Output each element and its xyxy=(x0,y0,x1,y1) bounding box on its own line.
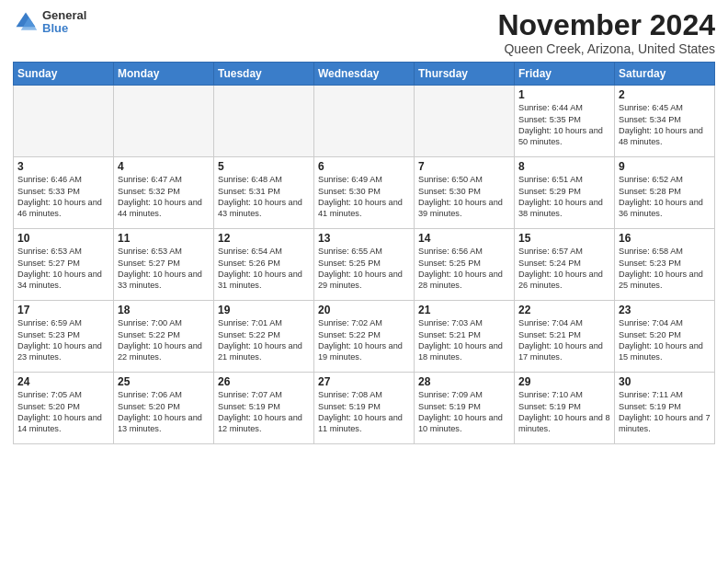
day-number: 12 xyxy=(218,232,310,245)
title-area: November 2024 Queen Creek, Arizona, Unit… xyxy=(497,9,715,56)
day-info: Sunrise: 7:10 AM Sunset: 5:19 PM Dayligh… xyxy=(518,389,610,435)
page: General Blue November 2024 Queen Creek, … xyxy=(0,0,728,563)
day-number: 2 xyxy=(619,88,711,101)
day-number: 9 xyxy=(619,160,711,173)
day-info: Sunrise: 6:56 AM Sunset: 5:25 PM Dayligh… xyxy=(418,246,510,292)
day-cell: 19Sunrise: 7:01 AM Sunset: 5:22 PM Dayli… xyxy=(214,301,314,373)
day-cell: 3Sunrise: 6:46 AM Sunset: 5:33 PM Daylig… xyxy=(14,157,114,229)
day-cell: 14Sunrise: 6:56 AM Sunset: 5:25 PM Dayli… xyxy=(415,229,515,301)
day-cell: 17Sunrise: 6:59 AM Sunset: 5:23 PM Dayli… xyxy=(14,301,114,373)
week-row-4: 17Sunrise: 6:59 AM Sunset: 5:23 PM Dayli… xyxy=(14,301,715,373)
day-info: Sunrise: 6:54 AM Sunset: 5:26 PM Dayligh… xyxy=(218,246,310,292)
day-number: 3 xyxy=(17,160,109,173)
day-info: Sunrise: 6:57 AM Sunset: 5:24 PM Dayligh… xyxy=(518,246,610,292)
day-cell: 27Sunrise: 7:08 AM Sunset: 5:19 PM Dayli… xyxy=(314,373,415,444)
day-cell: 30Sunrise: 7:11 AM Sunset: 5:19 PM Dayli… xyxy=(615,373,715,444)
day-number: 18 xyxy=(118,304,210,316)
weekday-header-saturday: Saturday xyxy=(615,63,715,86)
day-number: 17 xyxy=(17,304,109,316)
header: General Blue November 2024 Queen Creek, … xyxy=(13,9,715,56)
day-number: 15 xyxy=(518,232,610,245)
day-cell: 24Sunrise: 7:05 AM Sunset: 5:20 PM Dayli… xyxy=(14,373,114,444)
logo-general-text: General xyxy=(42,9,86,22)
day-number: 20 xyxy=(318,304,410,316)
day-cell: 15Sunrise: 6:57 AM Sunset: 5:24 PM Dayli… xyxy=(515,229,615,301)
weekday-header-row: SundayMondayTuesdayWednesdayThursdayFrid… xyxy=(14,63,715,86)
day-cell: 1Sunrise: 6:44 AM Sunset: 5:35 PM Daylig… xyxy=(515,86,615,157)
day-info: Sunrise: 7:05 AM Sunset: 5:20 PM Dayligh… xyxy=(17,389,109,435)
day-cell xyxy=(14,86,114,157)
day-info: Sunrise: 6:55 AM Sunset: 5:25 PM Dayligh… xyxy=(318,246,410,292)
day-number: 10 xyxy=(17,232,109,245)
day-cell xyxy=(214,86,314,157)
day-info: Sunrise: 6:45 AM Sunset: 5:34 PM Dayligh… xyxy=(619,102,711,148)
day-info: Sunrise: 7:02 AM Sunset: 5:22 PM Dayligh… xyxy=(318,317,410,363)
day-info: Sunrise: 7:03 AM Sunset: 5:21 PM Dayligh… xyxy=(418,317,510,363)
week-row-1: 1Sunrise: 6:44 AM Sunset: 5:35 PM Daylig… xyxy=(14,86,715,157)
day-cell: 16Sunrise: 6:58 AM Sunset: 5:23 PM Dayli… xyxy=(615,229,715,301)
day-number: 19 xyxy=(218,304,310,316)
day-info: Sunrise: 7:08 AM Sunset: 5:19 PM Dayligh… xyxy=(318,389,410,435)
day-number: 4 xyxy=(118,160,210,173)
day-number: 30 xyxy=(619,375,711,388)
weekday-header-wednesday: Wednesday xyxy=(314,63,415,86)
day-cell: 4Sunrise: 6:47 AM Sunset: 5:32 PM Daylig… xyxy=(114,157,214,229)
day-cell: 2Sunrise: 6:45 AM Sunset: 5:34 PM Daylig… xyxy=(615,86,715,157)
day-number: 14 xyxy=(418,232,510,245)
weekday-header-friday: Friday xyxy=(515,63,615,86)
day-cell: 5Sunrise: 6:48 AM Sunset: 5:31 PM Daylig… xyxy=(214,157,314,229)
day-info: Sunrise: 6:51 AM Sunset: 5:29 PM Dayligh… xyxy=(518,174,610,220)
day-info: Sunrise: 6:59 AM Sunset: 5:23 PM Dayligh… xyxy=(17,317,109,363)
day-number: 11 xyxy=(118,232,210,245)
day-cell: 9Sunrise: 6:52 AM Sunset: 5:28 PM Daylig… xyxy=(615,157,715,229)
day-info: Sunrise: 6:50 AM Sunset: 5:30 PM Dayligh… xyxy=(418,174,510,220)
day-cell: 18Sunrise: 7:00 AM Sunset: 5:22 PM Dayli… xyxy=(114,301,214,373)
day-info: Sunrise: 6:53 AM Sunset: 5:27 PM Dayligh… xyxy=(118,246,210,292)
day-info: Sunrise: 6:46 AM Sunset: 5:33 PM Dayligh… xyxy=(17,174,109,220)
day-cell xyxy=(114,86,214,157)
week-row-5: 24Sunrise: 7:05 AM Sunset: 5:20 PM Dayli… xyxy=(14,373,715,444)
day-cell: 28Sunrise: 7:09 AM Sunset: 5:19 PM Dayli… xyxy=(415,373,515,444)
day-info: Sunrise: 6:47 AM Sunset: 5:32 PM Dayligh… xyxy=(118,174,210,220)
day-cell: 21Sunrise: 7:03 AM Sunset: 5:21 PM Dayli… xyxy=(415,301,515,373)
day-info: Sunrise: 7:07 AM Sunset: 5:19 PM Dayligh… xyxy=(218,389,310,435)
logo-icon xyxy=(13,9,39,35)
day-number: 27 xyxy=(318,375,410,388)
weekday-header-thursday: Thursday xyxy=(415,63,515,86)
day-cell: 25Sunrise: 7:06 AM Sunset: 5:20 PM Dayli… xyxy=(114,373,214,444)
calendar: SundayMondayTuesdayWednesdayThursdayFrid… xyxy=(13,62,715,444)
day-number: 6 xyxy=(318,160,410,173)
weekday-header-monday: Monday xyxy=(114,63,214,86)
day-number: 8 xyxy=(518,160,610,173)
weekday-header-tuesday: Tuesday xyxy=(214,63,314,86)
location: Queen Creek, Arizona, United States xyxy=(497,41,715,56)
day-cell xyxy=(314,86,415,157)
logo-text: General Blue xyxy=(42,9,86,36)
day-cell: 22Sunrise: 7:04 AM Sunset: 5:21 PM Dayli… xyxy=(515,301,615,373)
day-number: 16 xyxy=(619,232,711,245)
day-number: 24 xyxy=(17,375,109,388)
day-info: Sunrise: 6:49 AM Sunset: 5:30 PM Dayligh… xyxy=(318,174,410,220)
day-info: Sunrise: 7:09 AM Sunset: 5:19 PM Dayligh… xyxy=(418,389,510,435)
week-row-2: 3Sunrise: 6:46 AM Sunset: 5:33 PM Daylig… xyxy=(14,157,715,229)
day-number: 21 xyxy=(418,304,510,316)
day-number: 25 xyxy=(118,375,210,388)
weekday-header-sunday: Sunday xyxy=(14,63,114,86)
day-cell: 11Sunrise: 6:53 AM Sunset: 5:27 PM Dayli… xyxy=(114,229,214,301)
day-cell: 29Sunrise: 7:10 AM Sunset: 5:19 PM Dayli… xyxy=(515,373,615,444)
day-number: 29 xyxy=(518,375,610,388)
logo-blue-text: Blue xyxy=(42,22,86,35)
day-info: Sunrise: 6:48 AM Sunset: 5:31 PM Dayligh… xyxy=(218,174,310,220)
day-number: 26 xyxy=(218,375,310,388)
day-info: Sunrise: 6:44 AM Sunset: 5:35 PM Dayligh… xyxy=(518,102,610,148)
day-info: Sunrise: 7:00 AM Sunset: 5:22 PM Dayligh… xyxy=(118,317,210,363)
day-info: Sunrise: 7:11 AM Sunset: 5:19 PM Dayligh… xyxy=(619,389,711,435)
day-cell: 6Sunrise: 6:49 AM Sunset: 5:30 PM Daylig… xyxy=(314,157,415,229)
day-number: 1 xyxy=(518,88,610,101)
day-number: 13 xyxy=(318,232,410,245)
day-cell: 26Sunrise: 7:07 AM Sunset: 5:19 PM Dayli… xyxy=(214,373,314,444)
day-cell: 8Sunrise: 6:51 AM Sunset: 5:29 PM Daylig… xyxy=(515,157,615,229)
day-cell: 10Sunrise: 6:53 AM Sunset: 5:27 PM Dayli… xyxy=(14,229,114,301)
day-info: Sunrise: 6:53 AM Sunset: 5:27 PM Dayligh… xyxy=(17,246,109,292)
month-title: November 2024 xyxy=(497,9,715,41)
